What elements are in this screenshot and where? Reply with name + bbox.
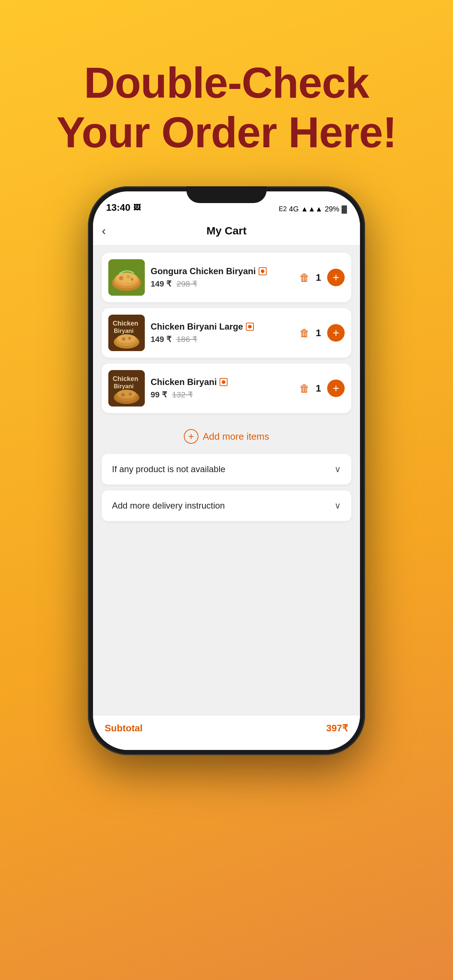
availability-dropdown[interactable]: If any product is not available ∨ bbox=[102, 454, 351, 485]
qty-control-2: 🗑 1 + bbox=[300, 324, 345, 342]
add-button-1[interactable]: + bbox=[327, 269, 345, 286]
content-area: Gongura Chicken Biryani 149 ₹ 298 ₹ 🗑 1 … bbox=[93, 245, 360, 715]
phone-notch bbox=[187, 186, 266, 203]
svg-point-23 bbox=[118, 390, 136, 398]
cart-item-3: Chicken Biryani Chicken Biryani bbox=[102, 363, 351, 413]
veg-icon-1 bbox=[258, 267, 266, 275]
nav-bar: ‹ My Cart bbox=[93, 216, 360, 245]
chevron-down-icon: ∨ bbox=[335, 464, 341, 474]
item-info-1: Gongura Chicken Biryani 149 ₹ 298 ₹ bbox=[145, 266, 300, 289]
item-price-2: 149 ₹ 186 ₹ bbox=[151, 335, 293, 344]
qty-num-2: 1 bbox=[315, 328, 322, 339]
item-name-3: Chicken Biryani bbox=[151, 377, 217, 387]
add-button-2[interactable]: + bbox=[327, 324, 345, 342]
item-image-2: Chicken Biryani bbox=[108, 315, 145, 351]
phone-screen: 13:40 🖼 E2 4G ▲▲▲ 29% ▓ ‹ My Cart bbox=[93, 191, 360, 750]
item-info-3: Chicken Biryani 99 ₹ 132 ₹ bbox=[145, 377, 300, 399]
item-info-2: Chicken Biryani Large 149 ₹ 186 ₹ bbox=[145, 321, 300, 344]
chevron-down-icon-2: ∨ bbox=[335, 501, 341, 511]
subtotal-label: Subtotal bbox=[105, 722, 143, 734]
bottom-bar: Subtotal 397₹ bbox=[93, 715, 360, 750]
item-price-1: 149 ₹ 298 ₹ bbox=[151, 279, 293, 289]
add-button-3[interactable]: + bbox=[327, 380, 345, 397]
back-button[interactable]: ‹ bbox=[102, 223, 106, 238]
svg-text:Chicken: Chicken bbox=[113, 320, 138, 327]
cart-item-2: Chicken Biryani Chicken Biryani Large bbox=[102, 308, 351, 358]
svg-text:Chicken: Chicken bbox=[113, 375, 138, 382]
svg-text:Biryani: Biryani bbox=[114, 383, 134, 390]
hero-title: Double-Check Your Order Here! bbox=[0, 0, 453, 179]
qty-control-3: 🗑 1 + bbox=[300, 380, 345, 397]
battery-label: 29% bbox=[325, 205, 339, 213]
veg-icon-3 bbox=[220, 378, 228, 386]
battery-icon: ▓ bbox=[341, 205, 347, 213]
qty-num-3: 1 bbox=[315, 383, 322, 394]
delivery-dropdown[interactable]: Add more delivery instruction ∨ bbox=[102, 490, 351, 521]
delete-button-2[interactable]: 🗑 bbox=[300, 327, 309, 339]
subtotal-row: Subtotal 397₹ bbox=[105, 722, 348, 734]
photo-icon: 🖼 bbox=[134, 204, 141, 212]
item-price-3: 99 ₹ 132 ₹ bbox=[151, 390, 293, 399]
status-time: 13:40 🖼 bbox=[106, 202, 141, 213]
signal-icon: 4G bbox=[289, 205, 299, 213]
phone-mockup: 13:40 🖼 E2 4G ▲▲▲ 29% ▓ ‹ My Cart bbox=[0, 179, 453, 755]
item-name-2: Chicken Biryani Large bbox=[151, 321, 243, 332]
add-circle-icon: + bbox=[184, 429, 198, 444]
add-more-items-button[interactable]: + Add more items bbox=[102, 419, 351, 454]
page-title: My Cart bbox=[206, 224, 247, 237]
delete-button-1[interactable]: 🗑 bbox=[300, 272, 309, 284]
svg-text:Biryani: Biryani bbox=[114, 328, 134, 334]
svg-point-15 bbox=[118, 334, 136, 343]
item-image-3: Chicken Biryani bbox=[108, 370, 145, 407]
subtotal-value: 397₹ bbox=[327, 722, 348, 734]
item-image-1 bbox=[108, 259, 145, 296]
availability-label: If any product is not available bbox=[112, 464, 225, 474]
wifi-icon: ▲▲▲ bbox=[301, 205, 322, 213]
delivery-label: Add more delivery instruction bbox=[112, 501, 225, 511]
item-name-1: Gongura Chicken Biryani bbox=[151, 266, 256, 276]
phone-frame: 13:40 🖼 E2 4G ▲▲▲ 29% ▓ ‹ My Cart bbox=[88, 186, 365, 755]
delete-button-3[interactable]: 🗑 bbox=[300, 382, 309, 395]
qty-control-1: 🗑 1 + bbox=[300, 269, 345, 286]
cart-item: Gongura Chicken Biryani 149 ₹ 298 ₹ 🗑 1 … bbox=[102, 253, 351, 302]
status-icons: E2 4G ▲▲▲ 29% ▓ bbox=[279, 205, 347, 213]
network-icon: E2 bbox=[279, 205, 287, 213]
qty-num-1: 1 bbox=[315, 272, 322, 283]
veg-icon-2 bbox=[246, 323, 254, 331]
